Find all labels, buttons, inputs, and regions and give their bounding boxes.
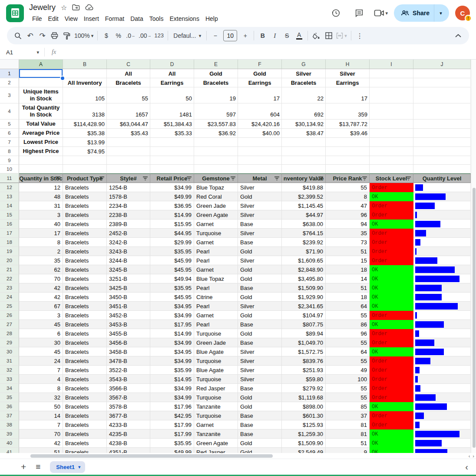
cell-E34[interactable]: Red Jasper	[194, 384, 238, 393]
cell-C27[interactable]: 3453-B	[107, 320, 150, 329]
cell-D37[interactable]: $42.95	[150, 411, 194, 420]
cell-quantity-bar-15[interactable]	[413, 210, 471, 220]
table-column-header-stock-level[interactable]: Stock Level	[370, 173, 413, 183]
cell-B4[interactable]: 3138	[63, 103, 107, 120]
row-header-10[interactable]: 10	[0, 165, 19, 173]
cell-B1[interactable]	[63, 69, 107, 78]
cell-quantity-bar-41[interactable]	[413, 448, 471, 453]
cell-E8[interactable]	[194, 147, 238, 156]
cell-D39[interactable]: $17.99	[150, 429, 194, 439]
cell-E37[interactable]: Turquoise	[194, 411, 238, 420]
cell-C1[interactable]: All	[107, 69, 150, 78]
cell-E24[interactable]: Citrine	[194, 293, 238, 302]
cell-F2[interactable]: Earrings	[238, 78, 282, 87]
horizontal-scrollbar[interactable]: ‹ ›	[0, 453, 476, 459]
all-sheets-button[interactable]: ≡	[36, 462, 40, 472]
cell-stock-level-15[interactable]: Order	[370, 210, 413, 220]
row-header-7[interactable]: 7	[0, 138, 19, 147]
cell-B35[interactable]: Bracelets	[63, 393, 107, 402]
cell-G25[interactable]: $2,341.65	[282, 302, 326, 311]
cell-D35[interactable]: $34.99	[150, 393, 194, 402]
cell-A41[interactable]: 51	[19, 448, 63, 453]
cell-C37[interactable]: 3677-B	[107, 411, 150, 420]
cell-H28[interactable]: 96	[326, 329, 370, 338]
menu-data[interactable]: Data	[127, 14, 146, 23]
cell-F13[interactable]: Gold	[238, 192, 282, 201]
cell-A10[interactable]	[19, 165, 63, 173]
cell-C41[interactable]: 4351-B	[107, 448, 150, 453]
cell-quantity-bar-20[interactable]	[413, 256, 471, 265]
cell-stock-level-12[interactable]: Order	[370, 183, 413, 192]
cell-C15[interactable]: 2238-B	[107, 210, 150, 220]
row-header-39[interactable]: 39	[0, 429, 19, 439]
cell-C5[interactable]: $63,044.47	[107, 120, 150, 129]
cell-D29[interactable]: $34.99	[150, 338, 194, 347]
fill-color-button[interactable]	[311, 30, 322, 42]
cell-H31[interactable]: 55	[326, 356, 370, 366]
cell-F8[interactable]	[238, 147, 282, 156]
cell-B24[interactable]: Bracelets	[63, 293, 107, 302]
scroll-left-icon[interactable]: ‹	[469, 453, 470, 459]
cell-C39[interactable]: 4235-B	[107, 429, 150, 439]
cell-stock-level-33[interactable]: Order	[370, 375, 413, 384]
cell-I10[interactable]	[370, 165, 413, 173]
cell-E3[interactable]: 19	[194, 87, 238, 103]
cell-J8[interactable]	[413, 147, 471, 156]
cell-stock-level-13[interactable]: OK	[370, 192, 413, 201]
cell-B10[interactable]	[63, 165, 107, 173]
cell-G21[interactable]: $2,848.90	[282, 265, 326, 274]
cell-H2[interactable]: Earrings	[326, 78, 370, 87]
table-column-header-price-rank[interactable]: Price Rank	[326, 173, 370, 183]
cell-F7[interactable]	[238, 138, 282, 147]
cell-D2[interactable]: Earrings	[150, 78, 194, 87]
percent-format-button[interactable]: %	[112, 30, 124, 42]
cell-E26[interactable]: Garnet	[194, 311, 238, 320]
menu-help[interactable]: Help	[202, 14, 221, 23]
cell-C4[interactable]: 1657	[107, 103, 150, 120]
cell-G38[interactable]: $125.93	[282, 420, 326, 429]
meet-presentation-button[interactable]: ▾	[374, 9, 388, 17]
table-column-header-quantity-in-stoc[interactable]: Quantity in Stoc	[19, 173, 63, 183]
share-button[interactable]: Share ▾	[394, 4, 449, 22]
cell-quantity-bar-12[interactable]	[413, 183, 471, 192]
cell-B2[interactable]: All Inventory	[63, 78, 107, 87]
cell-A9[interactable]	[19, 156, 63, 165]
cell-H9[interactable]	[326, 156, 370, 165]
cell-quantity-bar-18[interactable]	[413, 238, 471, 247]
cell-B7[interactable]: $13.99	[63, 138, 107, 147]
cell-G3[interactable]: 22	[282, 87, 326, 103]
cell-B37[interactable]: Bracelets	[63, 411, 107, 420]
decrease-decimal-button[interactable]: .0←	[125, 30, 137, 42]
cell-F6[interactable]: $40.00	[238, 129, 282, 138]
cell-E10[interactable]	[194, 165, 238, 173]
cell-B38[interactable]: Bracelets	[63, 420, 107, 429]
cell-B8[interactable]: $74.95	[63, 147, 107, 156]
row-header-34[interactable]: 34	[0, 384, 19, 393]
cell-quantity-bar-37[interactable]	[413, 411, 471, 420]
cell-H19[interactable]: 51	[326, 247, 370, 256]
menu-view[interactable]: View	[62, 14, 81, 23]
cell-F24[interactable]: Gold	[238, 293, 282, 302]
cell-F3[interactable]: 17	[238, 87, 282, 103]
decrease-font-size-button[interactable]: −	[209, 30, 221, 42]
cell-G31[interactable]: $839.76	[282, 356, 326, 366]
cell-H10[interactable]	[326, 165, 370, 173]
cell-A31[interactable]: 24	[19, 356, 63, 366]
cell-D25[interactable]: $34.95	[150, 302, 194, 311]
cell-stock-level-22[interactable]: OK	[370, 274, 413, 283]
cell-A21[interactable]: 62	[19, 265, 63, 274]
cell-E5[interactable]: $23,557.83	[194, 120, 238, 129]
cell-D26[interactable]: $34.99	[150, 311, 194, 320]
cell-C16[interactable]: 2389-B	[107, 220, 150, 229]
cell-H18[interactable]: 73	[326, 238, 370, 247]
cell-B22[interactable]: Bracelets	[63, 274, 107, 283]
cell-H32[interactable]: 49	[326, 366, 370, 375]
cell-G29[interactable]: $1,049.70	[282, 338, 326, 347]
cell-quantity-bar-34[interactable]	[413, 384, 471, 393]
cell-E35[interactable]: Turquoise	[194, 393, 238, 402]
cell-E19[interactable]: Pearl	[194, 247, 238, 256]
cell-D8[interactable]	[150, 147, 194, 156]
cell-J10[interactable]	[413, 165, 471, 173]
cell-stock-level-36[interactable]: OK	[370, 402, 413, 411]
cell-B31[interactable]: Bracelets	[63, 356, 107, 366]
